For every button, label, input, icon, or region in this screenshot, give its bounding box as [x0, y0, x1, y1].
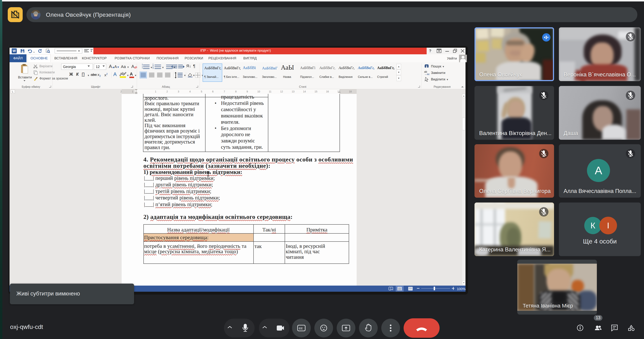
svg-text:CC: CC: [299, 327, 303, 330]
